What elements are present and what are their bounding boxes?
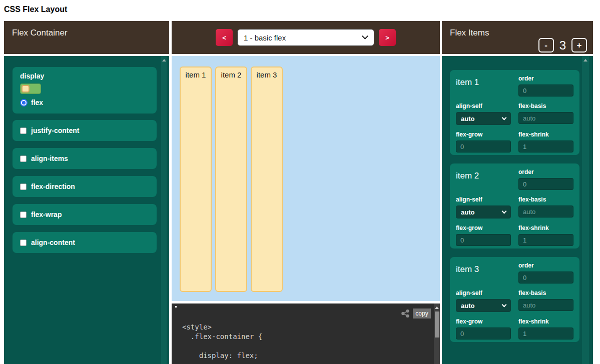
flex-radio[interactable] [20,99,28,106]
code-scrollbar[interactable] [434,304,440,364]
code-scrollbar-thumb[interactable] [435,312,439,338]
item-1-name: item 1 [456,75,511,96]
property-card-align-items: align-items [13,148,157,169]
item-1-align-self-field: align-self auto [456,102,511,125]
example-select[interactable]: 1 - basic flex [237,29,374,46]
item-2-name: item 2 [456,168,511,190]
flex-items-body: item 1 order align-self auto flex-basis [442,56,593,364]
item-3-order-input[interactable] [518,272,573,284]
flex-shrink-label: flex-shrink [518,131,573,138]
flex-grow-label: flex-grow [456,131,511,138]
flex-items-header: Flex Items - 3 + [442,21,593,54]
page-title: CSS Flex Layout [4,5,67,14]
item-2-card: item 2 order align-self auto flex-basis [450,164,579,248]
item-1-flex-shrink-field: flex-shrink [518,131,573,152]
code-panel: copy <style> .flex-container { display: … [172,304,440,364]
flex-container-header: Flex Container [4,21,169,54]
order-label: order [518,262,573,269]
flex-grow-label: flex-grow [456,318,511,325]
right-panel-scrollbar[interactable] [582,56,589,364]
scroll-up-icon[interactable] [583,59,587,62]
example-select-wrap: 1 - basic flex [237,29,374,46]
next-example-button[interactable]: > [379,29,396,46]
increase-items-button[interactable]: + [571,38,587,52]
item-3-align-self-select[interactable]: auto [456,299,511,312]
item-1-flex-shrink-input[interactable] [518,140,573,152]
preview-item-3: item 3 [251,66,283,292]
item-2-align-self-select[interactable]: auto [456,206,511,218]
justify-content-checkbox[interactable] [20,128,27,134]
align-content-checkbox[interactable] [20,240,27,246]
item-count: 3 [559,38,566,52]
property-card-justify-content: justify-content [13,120,157,141]
item-3-flex-grow-field: flex-grow [456,318,511,340]
flex-grow-label: flex-grow [456,224,511,232]
item-3-align-self-wrap: auto [456,299,511,312]
item-3-flex-basis-field: flex-basis [518,290,573,312]
item-1-flex-basis-field: flex-basis [518,102,573,125]
share-icon[interactable] [401,309,410,318]
item-1-align-self-select[interactable]: auto [456,112,511,125]
item-2-order-field: order [518,168,573,190]
left-panel-scrollbar-track [161,56,167,364]
item-1-order-input[interactable] [518,84,573,96]
preview-panel: < 1 - basic flex > item 1 item 2 item 3 [172,21,440,364]
item-1-card: item 1 order align-self auto flex-basis [450,70,579,155]
flex-basis-label: flex-basis [518,196,573,203]
item-2-flex-shrink-field: flex-shrink [518,224,573,246]
item-2-flex-shrink-input[interactable] [518,234,573,246]
flex-container-body: display flex justify-content align-items [4,56,169,364]
item-1-flex-grow-field: flex-grow [456,131,511,152]
prev-example-button[interactable]: < [216,29,233,46]
display-toggle-knob [22,85,30,92]
item-1-flex-grow-input[interactable] [456,140,511,152]
flex-container-title: Flex Container [12,28,68,38]
right-panel-scrollbar-track [582,56,589,364]
item-3-flex-grow-input[interactable] [456,328,511,340]
scroll-up-icon[interactable] [435,306,439,309]
display-flex-option: flex [20,98,149,106]
item-3-name: item 3 [456,262,511,284]
item-3-flex-shrink-input[interactable] [518,328,573,340]
item-2-flex-basis-input[interactable] [518,206,573,218]
item-count-controls: - 3 + [538,38,587,52]
item-3-flex-basis-input[interactable] [518,299,573,311]
item-2-flex-grow-field: flex-grow [456,224,511,246]
item-1-order-field: order [518,75,573,96]
flex-preview-container: item 1 item 2 item 3 [172,56,440,301]
decrease-items-button[interactable]: - [538,38,554,52]
item-2-order-input[interactable] [518,178,573,190]
flex-container-panel: Flex Container display flex justify-cont… [4,21,169,364]
property-card-flex-direction: flex-direction [13,176,157,197]
flex-wrap-label: flex-wrap [31,210,62,218]
flex-wrap-checkbox[interactable] [20,212,27,218]
display-card: display flex [13,67,157,114]
flex-radio-label: flex [31,98,43,106]
item-1-flex-basis-input[interactable] [518,112,573,124]
copy-button[interactable]: copy [413,308,431,318]
flex-shrink-label: flex-shrink [518,224,573,232]
item-1-align-self-wrap: auto [456,112,511,125]
item-2-align-self-wrap: auto [456,206,511,218]
preview-item-1: item 1 [180,66,212,292]
align-self-label: align-self [456,290,511,296]
flex-basis-label: flex-basis [518,290,573,296]
scroll-up-icon[interactable] [162,59,166,62]
order-label: order [518,168,573,176]
app-window: CSS Flex Layout Flex Container display f… [0,0,600,364]
flex-direction-label: flex-direction [31,182,75,190]
flex-direction-checkbox[interactable] [20,184,27,190]
left-panel-scrollbar[interactable] [161,56,167,364]
flex-shrink-label: flex-shrink [518,318,573,325]
item-2-flex-grow-input[interactable] [456,234,511,246]
display-toggle[interactable] [20,84,41,94]
code-text: <style> .flex-container { display: flex; [182,322,262,360]
preview-item-2: item 2 [215,66,247,292]
item-2-align-self-field: align-self auto [456,196,511,218]
align-self-label: align-self [456,102,511,110]
align-content-label: align-content [31,238,75,246]
align-self-label: align-self [456,196,511,203]
code-panel-dot [175,306,177,308]
item-3-align-self-field: align-self auto [456,290,511,312]
align-items-checkbox[interactable] [20,156,27,162]
